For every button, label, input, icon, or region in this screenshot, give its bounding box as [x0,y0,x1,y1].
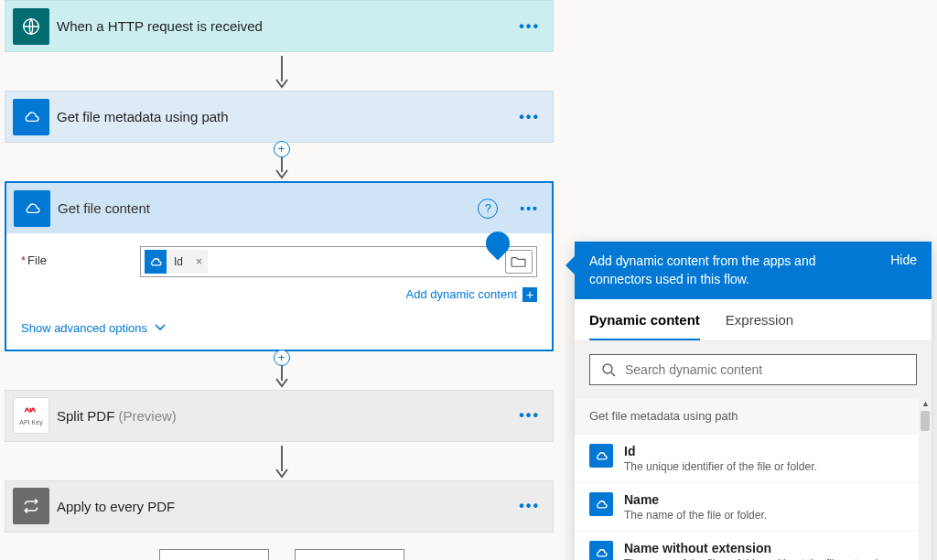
globe-icon [13,8,49,45]
chevron-down-icon [155,324,166,331]
insert-step-button[interactable]: + [274,141,290,157]
more-menu-icon[interactable]: ••• [507,201,552,216]
save-button[interactable]: Save [295,549,404,561]
param-file: *File Id × [21,246,537,302]
token-label: Id [167,255,190,268]
insert-step-button[interactable]: + [274,350,290,366]
token-remove-icon[interactable]: × [190,255,208,268]
scrollbar-thumb[interactable] [921,411,930,431]
hide-panel-button[interactable]: Hide [890,253,917,267]
connector-arrow: + [5,351,558,390]
search-input[interactable] [589,354,917,385]
panel-header: Add dynamic content from the apps and co… [575,242,932,299]
step-title: Split PDF (Preview) [57,408,506,424]
step-title: Get file content [58,200,478,216]
cloud-icon [589,444,613,468]
item-name: Name [624,492,767,507]
cloud-icon [145,250,167,274]
tab-expression[interactable]: Expression [726,299,793,340]
more-menu-icon[interactable]: ••• [506,498,553,514]
file-input[interactable]: Id × [140,246,537,277]
show-advanced-options-link[interactable]: Show advanced options [21,321,166,335]
new-step-button[interactable]: + New step [159,549,269,561]
more-menu-icon[interactable]: ••• [506,109,553,125]
step-title: When a HTTP request is received [57,18,506,34]
add-dynamic-content-link[interactable]: Add dynamic content + [406,287,537,302]
group-header: Get file metadata using path [575,398,932,434]
plus-icon: + [522,287,537,302]
item-name: Id [624,444,817,458]
footer-actions: + New step Save [5,533,558,561]
scrollbar[interactable]: ▲ ▼ [919,398,932,560]
panel-tabs: Dynamic content Expression [575,299,932,341]
cloud-icon [14,190,50,227]
cloud-icon [589,492,613,516]
svg-line-6 [611,372,615,376]
dynamic-content-panel: Add dynamic content from the apps and co… [575,242,932,560]
more-menu-icon[interactable]: ••• [506,407,553,424]
token-id[interactable]: Id × [145,250,208,274]
step-split-pdf[interactable]: API Key Split PDF (Preview) ••• [5,390,554,442]
connector-arrow: + [5,143,558,181]
step-apply-to-each[interactable]: Apply to every PDF ••• [5,480,554,533]
folder-picker-button[interactable] [505,250,533,274]
step-get-file-content: Get file content ? ••• *File Id × [5,181,554,351]
connector-arrow [5,442,558,480]
tab-dynamic-content[interactable]: Dynamic content [589,299,700,340]
svg-point-5 [603,364,612,373]
step-title: Get file metadata using path [57,109,506,124]
search-icon [601,362,616,377]
step-get-metadata[interactable]: Get file metadata using path ••• [5,91,554,143]
item-description: The unique identifier of the file or fol… [624,460,817,473]
api-key-icon: API Key [13,397,49,434]
loop-icon [13,488,49,524]
step-http-trigger[interactable]: When a HTTP request is received ••• [5,0,554,52]
cloud-icon [589,541,613,560]
step-header[interactable]: Get file content ? ••• [6,183,552,233]
item-description: The name of the file or folder. [624,509,767,522]
scroll-up-icon[interactable]: ▲ [921,399,930,408]
connector-arrow [5,52,558,91]
dynamic-content-item[interactable]: NameThe name of the file or folder. [575,482,932,531]
param-label: *File [21,246,140,267]
help-icon[interactable]: ? [478,199,498,219]
step-title: Apply to every PDF [57,499,506,514]
item-name: Name without extension [624,541,893,555]
panel-description: Add dynamic content from the apps and co… [589,253,876,288]
more-menu-icon[interactable]: ••• [506,18,553,35]
search-field[interactable] [625,362,905,377]
cloud-icon [13,99,49,135]
dynamic-content-item[interactable]: Name without extensionThe name of the fi… [575,531,932,560]
dynamic-content-item[interactable]: IdThe unique identifier of the file or f… [575,434,932,482]
